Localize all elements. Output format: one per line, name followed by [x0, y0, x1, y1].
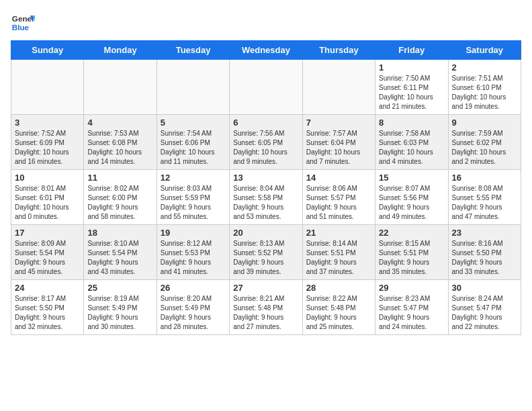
day-number: 29: [379, 283, 444, 293]
cell-info: Sunrise: 8:02 AM Sunset: 6:00 PM Dayligh…: [87, 184, 152, 222]
calendar-cell: [84, 60, 157, 115]
cell-info: Sunrise: 7:51 AM Sunset: 6:10 PM Dayligh…: [452, 74, 517, 111]
calendar-cell: 1Sunrise: 7:50 AM Sunset: 6:11 PM Daylig…: [375, 60, 448, 115]
calendar-cell: 22Sunrise: 8:15 AM Sunset: 5:51 PM Dayli…: [375, 225, 448, 280]
cell-info: Sunrise: 8:17 AM Sunset: 5:50 PM Dayligh…: [15, 294, 80, 332]
cell-info: Sunrise: 8:04 AM Sunset: 5:58 PM Dayligh…: [233, 184, 298, 222]
calendar-cell: 6Sunrise: 7:56 AM Sunset: 6:05 PM Daylig…: [230, 115, 302, 170]
day-number: 8: [379, 118, 444, 128]
cell-info: Sunrise: 8:10 AM Sunset: 5:54 PM Dayligh…: [87, 239, 152, 277]
cell-info: Sunrise: 7:56 AM Sunset: 6:05 PM Dayligh…: [233, 129, 298, 167]
cell-info: Sunrise: 7:50 AM Sunset: 6:11 PM Dayligh…: [379, 74, 444, 111]
calendar-cell: 29Sunrise: 8:23 AM Sunset: 5:47 PM Dayli…: [375, 280, 448, 335]
day-number: 27: [233, 283, 298, 293]
day-number: 11: [87, 173, 152, 183]
cell-info: Sunrise: 8:21 AM Sunset: 5:48 PM Dayligh…: [233, 294, 298, 332]
weekday-header-wednesday: Wednesday: [230, 41, 302, 60]
day-number: 24: [15, 283, 80, 293]
calendar-cell: [157, 60, 229, 115]
day-number: 5: [161, 118, 226, 128]
day-number: 15: [379, 173, 444, 183]
day-number: 22: [379, 228, 444, 238]
calendar-cell: [230, 60, 302, 115]
day-number: 28: [306, 283, 371, 293]
day-number: 6: [233, 118, 298, 128]
cell-info: Sunrise: 8:19 AM Sunset: 5:49 PM Dayligh…: [87, 294, 152, 332]
day-number: 30: [452, 283, 517, 293]
calendar-cell: 30Sunrise: 8:24 AM Sunset: 5:47 PM Dayli…: [448, 280, 521, 335]
calendar-cell: 11Sunrise: 8:02 AM Sunset: 6:00 PM Dayli…: [84, 170, 157, 225]
calendar-cell: 18Sunrise: 8:10 AM Sunset: 5:54 PM Dayli…: [84, 225, 157, 280]
day-number: 2: [452, 62, 517, 73]
calendar-cell: 2Sunrise: 7:51 AM Sunset: 6:10 PM Daylig…: [448, 60, 521, 115]
day-number: 10: [15, 173, 80, 183]
cell-info: Sunrise: 8:22 AM Sunset: 5:48 PM Dayligh…: [306, 294, 371, 332]
calendar-cell: 24Sunrise: 8:17 AM Sunset: 5:50 PM Dayli…: [11, 280, 84, 335]
day-number: 3: [15, 118, 80, 128]
weekday-header-saturday: Saturday: [448, 41, 521, 60]
day-number: 7: [306, 118, 371, 128]
calendar-cell: 25Sunrise: 8:19 AM Sunset: 5:49 PM Dayli…: [84, 280, 157, 335]
calendar-cell: 27Sunrise: 8:21 AM Sunset: 5:48 PM Dayli…: [230, 280, 302, 335]
day-number: 26: [161, 283, 226, 293]
day-number: 13: [233, 173, 298, 183]
cell-info: Sunrise: 8:08 AM Sunset: 5:55 PM Dayligh…: [452, 184, 517, 222]
day-number: 4: [87, 118, 152, 128]
day-number: 20: [233, 228, 298, 238]
calendar-cell: 19Sunrise: 8:12 AM Sunset: 5:53 PM Dayli…: [157, 225, 229, 280]
logo: General Blue: [11, 11, 35, 35]
weekday-header-row: SundayMondayTuesdayWednesdayThursdayFrid…: [11, 41, 521, 60]
day-number: 25: [87, 283, 152, 293]
cell-info: Sunrise: 8:20 AM Sunset: 5:49 PM Dayligh…: [161, 294, 226, 332]
day-number: 18: [87, 228, 152, 238]
day-number: 14: [306, 173, 371, 183]
day-number: 17: [15, 228, 80, 238]
calendar-row-1: 3Sunrise: 7:52 AM Sunset: 6:09 PM Daylig…: [11, 115, 521, 170]
cell-info: Sunrise: 7:57 AM Sunset: 6:04 PM Dayligh…: [306, 129, 371, 167]
day-number: 23: [452, 228, 517, 238]
cell-info: Sunrise: 8:24 AM Sunset: 5:47 PM Dayligh…: [452, 294, 517, 332]
cell-info: Sunrise: 8:23 AM Sunset: 5:47 PM Dayligh…: [379, 294, 444, 332]
logo-icon: General Blue: [11, 11, 35, 35]
cell-info: Sunrise: 7:54 AM Sunset: 6:06 PM Dayligh…: [161, 129, 226, 167]
calendar-row-4: 24Sunrise: 8:17 AM Sunset: 5:50 PM Dayli…: [11, 280, 521, 335]
weekday-header-thursday: Thursday: [302, 41, 375, 60]
cell-info: Sunrise: 8:14 AM Sunset: 5:51 PM Dayligh…: [306, 239, 371, 277]
cell-info: Sunrise: 7:58 AM Sunset: 6:03 PM Dayligh…: [379, 129, 444, 167]
calendar-cell: 15Sunrise: 8:07 AM Sunset: 5:56 PM Dayli…: [375, 170, 448, 225]
day-number: 9: [452, 118, 517, 128]
weekday-header-sunday: Sunday: [11, 41, 84, 60]
calendar-cell: 20Sunrise: 8:13 AM Sunset: 5:52 PM Dayli…: [230, 225, 302, 280]
calendar-row-3: 17Sunrise: 8:09 AM Sunset: 5:54 PM Dayli…: [11, 225, 521, 280]
day-number: 19: [161, 228, 226, 238]
calendar-cell: 5Sunrise: 7:54 AM Sunset: 6:06 PM Daylig…: [157, 115, 229, 170]
calendar-cell: 21Sunrise: 8:14 AM Sunset: 5:51 PM Dayli…: [302, 225, 375, 280]
calendar-table: SundayMondayTuesdayWednesdayThursdayFrid…: [11, 40, 521, 335]
calendar-cell: 3Sunrise: 7:52 AM Sunset: 6:09 PM Daylig…: [11, 115, 84, 170]
calendar-cell: 4Sunrise: 7:53 AM Sunset: 6:08 PM Daylig…: [84, 115, 157, 170]
cell-info: Sunrise: 8:16 AM Sunset: 5:50 PM Dayligh…: [452, 239, 517, 277]
cell-info: Sunrise: 7:52 AM Sunset: 6:09 PM Dayligh…: [15, 129, 80, 167]
cell-info: Sunrise: 8:12 AM Sunset: 5:53 PM Dayligh…: [161, 239, 226, 277]
cell-info: Sunrise: 7:59 AM Sunset: 6:02 PM Dayligh…: [452, 129, 517, 167]
weekday-header-tuesday: Tuesday: [157, 41, 229, 60]
weekday-header-monday: Monday: [84, 41, 157, 60]
calendar-cell: 9Sunrise: 7:59 AM Sunset: 6:02 PM Daylig…: [448, 115, 521, 170]
page-header: General Blue: [11, 11, 521, 35]
day-number: 1: [379, 62, 444, 73]
svg-text:Blue: Blue: [12, 23, 30, 32]
cell-info: Sunrise: 8:15 AM Sunset: 5:51 PM Dayligh…: [379, 239, 444, 277]
calendar-cell: [302, 60, 375, 115]
calendar-cell: 23Sunrise: 8:16 AM Sunset: 5:50 PM Dayli…: [448, 225, 521, 280]
cell-info: Sunrise: 8:01 AM Sunset: 6:01 PM Dayligh…: [15, 184, 80, 222]
calendar-cell: 13Sunrise: 8:04 AM Sunset: 5:58 PM Dayli…: [230, 170, 302, 225]
day-number: 21: [306, 228, 371, 238]
cell-info: Sunrise: 8:07 AM Sunset: 5:56 PM Dayligh…: [379, 184, 444, 222]
calendar-cell: 12Sunrise: 8:03 AM Sunset: 5:59 PM Dayli…: [157, 170, 229, 225]
cell-info: Sunrise: 7:53 AM Sunset: 6:08 PM Dayligh…: [87, 129, 152, 167]
cell-info: Sunrise: 8:09 AM Sunset: 5:54 PM Dayligh…: [15, 239, 80, 277]
cell-info: Sunrise: 8:03 AM Sunset: 5:59 PM Dayligh…: [161, 184, 226, 222]
calendar-cell: 7Sunrise: 7:57 AM Sunset: 6:04 PM Daylig…: [302, 115, 375, 170]
calendar-cell: 17Sunrise: 8:09 AM Sunset: 5:54 PM Dayli…: [11, 225, 84, 280]
cell-info: Sunrise: 8:13 AM Sunset: 5:52 PM Dayligh…: [233, 239, 298, 277]
